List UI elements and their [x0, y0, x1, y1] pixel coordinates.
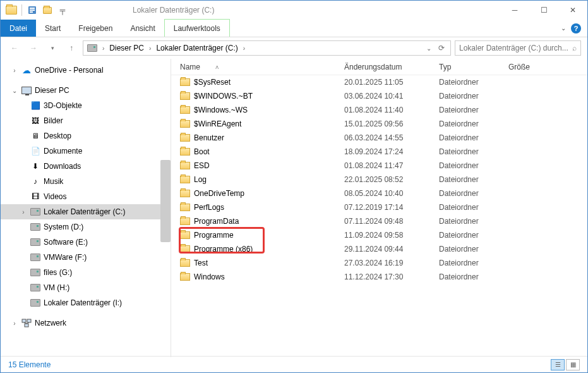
drive-glyph-icon[interactable]: [85, 41, 100, 55]
file-name: Benutzer: [194, 133, 224, 142]
sidebar-item[interactable]: VM (H:): [1, 280, 171, 295]
table-row[interactable]: Boot18.09.2024 17:24Dateiordner: [171, 145, 587, 159]
tab-file[interactable]: Datei: [1, 20, 36, 37]
sidebar-item[interactable]: files (G:): [1, 265, 171, 280]
maximize-button[interactable]: ☐: [529, 1, 558, 20]
file-type: Dateiordner: [439, 175, 508, 184]
table-row[interactable]: PerfLogs07.12.2019 17:14Dateiordner: [171, 200, 587, 214]
properties-icon[interactable]: [25, 3, 39, 17]
file-date: 07.11.2024 09:48: [344, 217, 439, 226]
close-button[interactable]: ✕: [558, 1, 587, 20]
file-name: OneDriveTemp: [194, 189, 244, 198]
file-type: Dateiordner: [439, 92, 508, 101]
recent-dropdown-icon[interactable]: ▾: [45, 40, 60, 56]
table-row[interactable]: Log22.01.2025 08:52Dateiordner: [171, 173, 587, 186]
file-name: $WinREAgent: [194, 119, 241, 128]
minimize-button[interactable]: ─: [500, 1, 529, 20]
thumbnails-view-button[interactable]: ▦: [566, 359, 580, 370]
sidebar-item[interactable]: ♪Musik: [1, 174, 171, 189]
tab-drive-tools[interactable]: Laufwerktools: [164, 19, 230, 37]
file-date: 11.09.2024 09:58: [344, 231, 439, 240]
tree-label: Software (E:): [44, 238, 88, 247]
tab-view[interactable]: Ansicht: [121, 20, 164, 37]
table-row[interactable]: Programme11.09.2024 09:58Dateiordner: [171, 228, 587, 242]
table-row[interactable]: $WINDOWS.~BT03.06.2024 10:41Dateiordner: [171, 89, 587, 103]
svg-rect-5: [27, 319, 31, 322]
help-icon[interactable]: ?: [571, 23, 581, 34]
breadcrumb-drive[interactable]: Lokaler Datenträger (C:): [153, 41, 240, 55]
sidebar-item[interactable]: 🎞Videos: [1, 189, 171, 204]
column-size[interactable]: Größe: [508, 63, 587, 71]
sidebar-item[interactable]: ⬇Downloads: [1, 159, 171, 174]
chevron-right-icon[interactable]: ›: [11, 67, 18, 74]
breadcrumb-pc[interactable]: Dieser PC: [107, 41, 147, 55]
table-row[interactable]: Programme (x86)29.11.2024 09:44Dateiordn…: [171, 242, 587, 256]
window-controls: ─ ☐ ✕: [500, 1, 587, 20]
sidebar-item[interactable]: Lokaler Datenträger (I:): [1, 295, 171, 310]
table-row[interactable]: ESD01.08.2024 11:47Dateiordner: [171, 159, 587, 173]
drive-icon: [30, 283, 41, 293]
chevron-right-icon[interactable]: ›: [147, 45, 153, 52]
svg-rect-3: [30, 11, 33, 13]
column-date[interactable]: Änderungsdatum: [344, 63, 439, 71]
drive-icon: [30, 237, 41, 247]
scrollbar-thumb[interactable]: [160, 160, 171, 242]
chevron-right-icon[interactable]: ›: [11, 320, 18, 327]
history-dropdown-icon[interactable]: ⌄: [424, 45, 434, 52]
table-row[interactable]: $WinREAgent15.01.2025 09:56Dateiordner: [171, 117, 587, 131]
file-date: 01.08.2024 11:40: [344, 106, 439, 114]
search-box[interactable]: ⌕: [455, 40, 581, 56]
chevron-right-icon[interactable]: ›: [20, 209, 27, 216]
column-name[interactable]: Nameʌ: [180, 63, 344, 71]
details-view-button[interactable]: ☰: [551, 359, 565, 370]
sidebar-item[interactable]: Software (E:): [1, 235, 171, 250]
sidebar-item[interactable]: VMWare (F:): [1, 250, 171, 265]
sidebar-item[interactable]: 🟦3D-Objekte: [1, 98, 171, 113]
tree-this-pc[interactable]: ⌄ Dieser PC: [1, 83, 171, 98]
tree-label: Videos: [44, 192, 66, 201]
column-type[interactable]: Typ: [439, 63, 508, 71]
up-button[interactable]: ↑: [64, 40, 79, 56]
folder-type-icon: 🖥: [30, 131, 41, 141]
forward-button[interactable]: →: [26, 40, 41, 56]
chevron-right-icon[interactable]: ›: [241, 45, 248, 52]
column-headers: Nameʌ Änderungsdatum Typ Größe: [171, 59, 587, 75]
address-bar[interactable]: › Dieser PC › Lokaler Datenträger (C:) ›…: [83, 40, 451, 56]
chevron-down-icon[interactable]: ⌄: [561, 25, 566, 32]
file-date: 18.09.2024 17:24: [344, 147, 439, 156]
table-row[interactable]: Test27.03.2024 16:19Dateiordner: [171, 256, 587, 270]
file-name: Programme (x86): [194, 245, 253, 254]
computer-icon: [21, 85, 32, 95]
tree-label: 3D-Objekte: [44, 101, 82, 110]
table-row[interactable]: OneDriveTemp08.05.2024 10:40Dateiordner: [171, 186, 587, 200]
sidebar-item[interactable]: 🖥Desktop: [1, 128, 171, 144]
tree-network[interactable]: › Netzwerk: [1, 315, 171, 331]
table-row[interactable]: $Windows.~WS01.08.2024 11:40Dateiordner: [171, 103, 587, 117]
file-type: Dateiordner: [439, 119, 508, 128]
tree-onedrive[interactable]: › ☁ OneDrive - Personal: [1, 63, 171, 78]
tab-start[interactable]: Start: [36, 20, 69, 37]
file-name: Log: [194, 175, 207, 184]
refresh-icon[interactable]: ⟳: [434, 40, 449, 56]
sidebar-item[interactable]: ›Lokaler Datenträger (C:): [1, 204, 171, 219]
window-title: Lokaler Datenträger (C:): [133, 6, 214, 15]
sidebar-item[interactable]: 🖼Bilder: [1, 113, 171, 128]
table-row[interactable]: Windows11.12.2024 17:30Dateiordner: [171, 270, 587, 284]
table-row[interactable]: ProgramData07.11.2024 09:48Dateiordner: [171, 214, 587, 228]
file-name: ProgramData: [194, 217, 239, 226]
tab-share[interactable]: Freigeben: [69, 20, 121, 37]
chevron-right-icon[interactable]: ›: [100, 45, 107, 52]
folder-small-icon[interactable]: [40, 3, 54, 17]
sidebar-item[interactable]: 📄Dokumente: [1, 144, 171, 159]
file-date: 20.01.2025 11:05: [344, 78, 439, 87]
file-name: Boot: [194, 147, 210, 156]
search-icon[interactable]: ⌕: [572, 44, 577, 52]
back-button[interactable]: ←: [7, 40, 22, 56]
search-input[interactable]: [459, 44, 572, 52]
file-name: $SysReset: [194, 78, 231, 87]
table-row[interactable]: $SysReset20.01.2025 11:05Dateiordner: [171, 75, 587, 89]
qat-dropdown-icon[interactable]: ╤: [56, 3, 69, 17]
table-row[interactable]: Benutzer06.03.2024 14:55Dateiordner: [171, 131, 587, 145]
sidebar-item[interactable]: System (D:): [1, 219, 171, 235]
chevron-down-icon[interactable]: ⌄: [11, 87, 18, 94]
